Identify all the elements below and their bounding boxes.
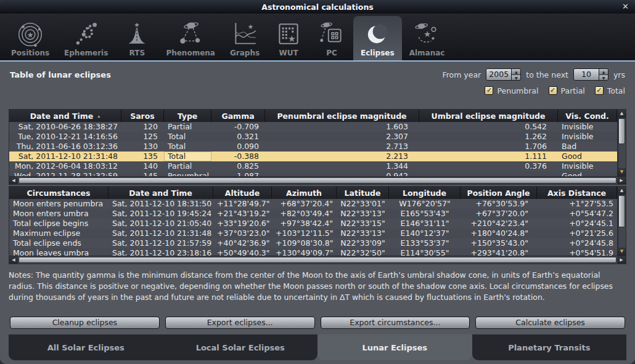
toolbar-tab-almanac[interactable]: ★Almanac	[402, 16, 453, 60]
scroll-up-button[interactable]: ▲	[618, 187, 626, 195]
table-cell: Sat, 2011-12-10 21:57:59	[109, 238, 213, 248]
title-bar[interactable]: Astronomical calculations ✕	[0, 0, 635, 14]
scrollbar-thumb[interactable]	[18, 257, 617, 263]
vertical-scrollbar[interactable]: ▲▼	[617, 110, 626, 176]
scrollbar-thumb[interactable]	[618, 118, 625, 144]
calculate-eclipses-button[interactable]: Calculate eclipses	[475, 317, 625, 329]
from-year-label: From year	[442, 70, 481, 79]
scrollbar-track[interactable]	[618, 195, 626, 248]
table-cell: Bad	[558, 142, 617, 152]
toolbar-tab-pc[interactable]: PC	[310, 16, 353, 60]
filter-penumbral[interactable]: ✓Penumbral	[485, 86, 538, 95]
tab-local-solar-eclipses[interactable]: Local Solar Eclipses	[163, 334, 318, 360]
tab-all-solar-eclipses[interactable]: All Solar Eclipses	[9, 334, 163, 360]
export-circumstances-button[interactable]: Export circumstances...	[321, 317, 470, 329]
column-header-type[interactable]: Type	[164, 110, 211, 122]
table-cell: +0°21'25.6	[537, 229, 617, 238]
partial-checkbox[interactable]: ✓	[549, 86, 557, 95]
spin-down-button[interactable]: ▼	[512, 75, 520, 81]
scrollbar-track[interactable]	[618, 118, 626, 168]
tab-planetary-transits[interactable]: Planetary Transits	[472, 334, 627, 360]
duration-input[interactable]: 10	[574, 69, 599, 80]
column-header-date-and-time[interactable]: Date and Time▴	[9, 110, 121, 122]
column-header-umbral-eclipse-magnitude[interactable]: Umbral eclipse magnitude	[419, 110, 558, 122]
svg-text:★: ★	[423, 29, 430, 39]
cleanup-eclipses-button[interactable]: Cleanup eclipses	[10, 317, 160, 329]
table-row[interactable]: Thu, 2011-06-16 03:12:36130Total0.0902.7…	[9, 142, 617, 152]
table-cell: 140	[121, 161, 164, 171]
table-row[interactable]: Sat, 2011-12-10 21:31:48135Total-0.3882.…	[9, 152, 617, 161]
svg-text:★: ★	[248, 23, 253, 30]
column-header-azimuth[interactable]: Azimuth	[272, 187, 337, 199]
table-row[interactable]: Tue, 2010-12-21 14:16:56125Total0.3212.3…	[9, 132, 617, 142]
filter-total[interactable]: ✓Total	[595, 86, 625, 95]
toolbar-tab-label: Ephemeris	[64, 49, 108, 57]
table-row[interactable]: Total eclipse endsSat, 2011-12-10 21:57:…	[9, 238, 617, 248]
scroll-left-button[interactable]: ◀	[9, 256, 18, 264]
table-cell: E146°31'11"	[389, 219, 461, 229]
horizontal-scrollbar[interactable]: ◀▶	[9, 256, 626, 264]
toolbar-tab-ephemeris[interactable]: Ephemeris	[57, 16, 115, 60]
scroll-down-button[interactable]: ▼	[618, 168, 626, 176]
table-cell: N22°33'13"	[337, 209, 389, 219]
scrollbar-track[interactable]	[18, 256, 617, 264]
table-cell: Moon enters penumbra	[9, 199, 109, 209]
toolbar-tab-eclipses[interactable]: Eclipses	[353, 16, 402, 60]
spin-up-button[interactable]: ▲	[512, 69, 520, 75]
toolbar-tab-rts[interactable]: ★RTS	[115, 16, 158, 60]
table-row[interactable]: Moon leaves umbraSat, 2011-12-10 23:18:1…	[9, 248, 617, 256]
toolbar-tab-wut[interactable]: ★WUT	[267, 16, 310, 60]
toolbar-tab-graphs[interactable]: ★Graphs	[223, 16, 267, 60]
export-eclipses-button[interactable]: Export eclipses...	[165, 317, 315, 329]
column-header-circumstances[interactable]: Circumstances	[9, 187, 109, 199]
table-row[interactable]: Moon enters umbraSat, 2011-12-10 19:45:2…	[9, 209, 617, 219]
table-cell: +0°54'47.2	[537, 209, 617, 219]
column-header-vis-cond[interactable]: Vis. Cond.	[558, 110, 617, 122]
toolbar-tab-positions[interactable]: ★Positions	[4, 16, 57, 60]
column-header-penumbral-eclipse-magnitude[interactable]: Penumbral eclipse magnitude	[265, 110, 419, 122]
scroll-right-button[interactable]: ▶	[617, 177, 626, 184]
column-header-altitude[interactable]: Altitude	[213, 187, 272, 199]
column-header-saros[interactable]: Saros	[121, 110, 164, 122]
from-year-input[interactable]: 2005	[486, 69, 511, 80]
column-header-gamma[interactable]: Gamma	[211, 110, 265, 122]
page-title: Table of lunar eclipses	[10, 70, 111, 79]
column-header-axis-distance[interactable]: Axis Distance	[537, 187, 617, 199]
scrollbar-track[interactable]	[18, 177, 617, 184]
from-year-spin-buttons: ▲▼	[511, 69, 520, 80]
total-checkbox[interactable]: ✓	[595, 86, 604, 95]
table-row[interactable]: Wed, 2012-11-28 21:32:59145Penumbral1.08…	[9, 171, 617, 176]
table-cell: +109°08'30.8"	[272, 238, 337, 248]
scrollbar-thumb[interactable]	[18, 177, 617, 184]
table-row[interactable]: Total eclipse beginsSat, 2011-12-10 21:0…	[9, 219, 617, 229]
table-cell: +130°49'09.7"	[272, 248, 337, 256]
spin-up-button[interactable]: ▲	[599, 69, 608, 75]
table-cell: N22°32'50"	[337, 248, 389, 256]
scroll-left-button[interactable]: ◀	[9, 177, 18, 184]
table-cell: Invisible	[558, 122, 617, 132]
eclipse-category-tabs: All Solar EclipsesLocal Solar EclipsesLu…	[9, 334, 626, 360]
scroll-down-button[interactable]: ▼	[618, 248, 626, 256]
column-header-latitude[interactable]: Latitude	[337, 187, 389, 199]
filter-partial[interactable]: ✓Partial	[549, 86, 585, 95]
horizontal-scrollbar[interactable]: ◀▶	[9, 176, 626, 184]
tab-lunar-eclipses[interactable]: Lunar Eclipses	[318, 334, 472, 360]
table-cell: 1.087	[211, 171, 265, 176]
spin-down-button[interactable]: ▼	[599, 75, 608, 81]
table-cell: 1.603	[265, 122, 419, 132]
scroll-right-button[interactable]: ▶	[617, 256, 626, 264]
scroll-up-button[interactable]: ▲	[618, 110, 626, 118]
vertical-scrollbar[interactable]: ▲▼	[617, 187, 626, 256]
penumbral-checkbox[interactable]: ✓	[485, 86, 493, 95]
table-row[interactable]: Maximum eclipseSat, 2011-12-10 21:31:48+…	[9, 229, 617, 238]
scrollbar-thumb[interactable]	[618, 195, 625, 227]
column-header-longitude[interactable]: Longitude	[389, 187, 461, 199]
table-row[interactable]: Moon enters penumbraSat, 2011-12-10 18:3…	[9, 199, 617, 209]
column-header-position-angle[interactable]: Position Angle	[461, 187, 537, 199]
toolbar-tab-phenomena[interactable]: Phenomena	[158, 16, 223, 60]
close-icon[interactable]: ✕	[622, 0, 629, 14]
table-row[interactable]: Sat, 2010-06-26 18:38:27120Partial-0.709…	[9, 122, 617, 132]
column-header-date-and-time[interactable]: Date and Time	[109, 187, 213, 199]
table-row[interactable]: Mon, 2012-06-04 18:03:12140Partial0.8251…	[9, 161, 617, 171]
table-cell: +67°37'20.0"	[461, 209, 537, 219]
